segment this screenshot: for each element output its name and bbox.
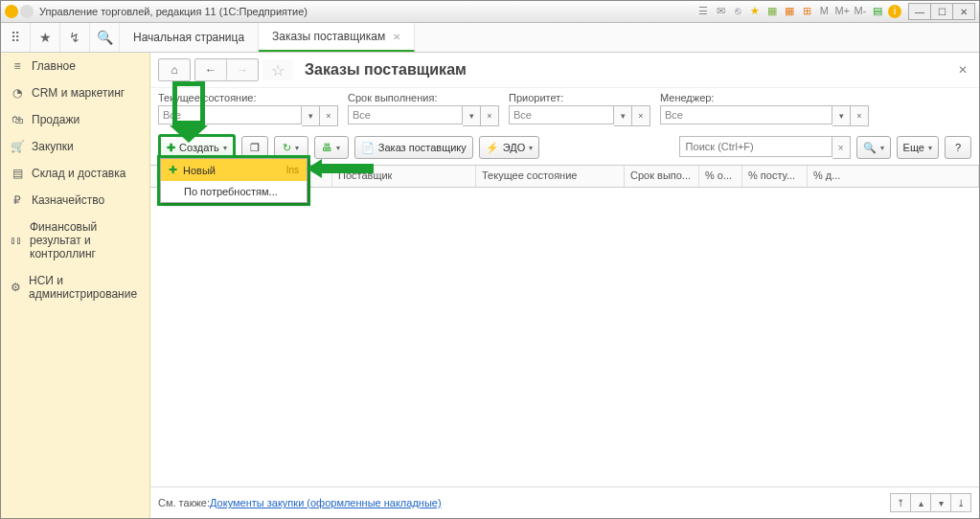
col-state[interactable]: Текущее состояние — [476, 166, 625, 187]
dropdown-item-new[interactable]: ✚ Новый Ins — [161, 159, 307, 181]
cart-icon: 🛒 — [11, 140, 24, 153]
tab-close-icon[interactable]: ✕ — [393, 32, 400, 42]
filter-state-input[interactable] — [158, 105, 302, 124]
filter-label: Менеджер: — [660, 92, 869, 103]
footer-link[interactable]: Документы закупки (оформленные накладные… — [210, 497, 442, 508]
dropdown-icon[interactable]: ▾ — [832, 105, 851, 126]
sidebar-item-main[interactable]: ≡Главное — [1, 53, 149, 79]
table-body — [150, 188, 979, 486]
plus-icon: ✚ — [169, 164, 177, 176]
tab-label: Начальная страница — [133, 31, 244, 44]
home-button[interactable]: ⌂ — [158, 58, 191, 81]
col-pct1[interactable]: % о... — [699, 166, 742, 187]
dropdown-label: По потребностям... — [184, 186, 278, 197]
filter-label: Приоритет: — [509, 92, 650, 103]
help-button[interactable]: ? — [945, 136, 971, 159]
doc-icon: 📄 — [361, 142, 375, 154]
memory-m[interactable]: M — [817, 5, 831, 18]
titlebar-icon[interactable]: ☰ — [696, 5, 710, 18]
sidebar-item-warehouse[interactable]: ▤Склад и доставка — [1, 160, 149, 187]
edo-icon: ⚡ — [486, 142, 499, 154]
filter-manager: Менеджер:▾× — [660, 92, 869, 126]
close-button[interactable]: ✕ — [952, 3, 975, 20]
titlebar-icon[interactable]: ⎋ — [731, 5, 744, 18]
back-button[interactable]: ← — [195, 59, 227, 80]
chevron-down-icon: ▾ — [928, 144, 932, 152]
sidebar-item-crm[interactable]: ◔CRM и маркетинг — [1, 79, 149, 106]
minimize-button[interactable]: — — [908, 3, 931, 20]
maximize-button[interactable]: ☐ — [930, 3, 953, 20]
plus-icon: ✚ — [167, 142, 175, 154]
forward-button[interactable]: → — [227, 59, 258, 80]
edo-button[interactable]: ⚡ЭДО▾ — [479, 136, 540, 159]
nav-down-icon[interactable]: ▾ — [930, 493, 951, 512]
search-clear-icon[interactable]: × — [832, 136, 851, 159]
col-pct3[interactable]: % д... — [808, 166, 979, 187]
col-supplier[interactable]: Поставщик — [332, 166, 476, 187]
nav-first-icon[interactable]: ⤒ — [890, 493, 911, 512]
clear-icon[interactable]: × — [481, 105, 499, 126]
sidebar-item-finance[interactable]: ⫾⫾Финансовый результат и контроллинг — [1, 214, 149, 267]
main-toolbar: ⠿ ★ ↯ 🔍 Начальная страница Заказы постав… — [1, 23, 979, 53]
favorite-star-icon[interactable]: ☆ — [262, 59, 293, 80]
more-button[interactable]: Еще▾ — [897, 136, 939, 159]
apps-icon[interactable]: ⠿ — [1, 23, 31, 52]
home-icon: ≡ — [11, 59, 24, 73]
dropdown-icon[interactable]: ▾ — [614, 105, 632, 126]
titlebar-icon[interactable]: ⊞ — [800, 5, 813, 18]
supplier-order-button[interactable]: 📄Заказ поставщику — [354, 136, 473, 159]
supplier-order-label: Заказ поставщику — [378, 142, 467, 153]
sidebar-item-admin[interactable]: ⚙НСИ и администрирование — [1, 267, 149, 307]
titlebar-icon[interactable]: ▦ — [783, 5, 796, 18]
clipboard-icon[interactable]: ↯ — [60, 23, 90, 52]
memory-mplus[interactable]: M+ — [834, 5, 850, 18]
clear-icon[interactable]: × — [632, 105, 650, 126]
chevron-down-icon: ▾ — [880, 144, 884, 152]
tab-label: Заказы поставщикам — [272, 30, 385, 43]
col-pct2[interactable]: % посту... — [742, 166, 808, 187]
dropdown-icon[interactable]: ▾ — [463, 105, 481, 126]
search-button[interactable]: 🔍▾ — [856, 136, 891, 159]
dropdown-item-needs[interactable]: По потребностям... — [161, 181, 307, 202]
sidebar-label: Финансовый результат и контроллинг — [30, 220, 140, 260]
sidebar-item-purchases[interactable]: 🛒Закупки — [1, 133, 149, 160]
edo-label: ЭДО — [503, 142, 526, 153]
sidebar-label: Склад и доставка — [32, 167, 125, 180]
calc-icon[interactable]: ▤ — [871, 5, 884, 18]
search-icon[interactable]: 🔍 — [90, 23, 120, 52]
pie-icon: ◔ — [11, 86, 24, 100]
filter-due-input[interactable] — [348, 105, 463, 124]
dropdown-icon[interactable]: ▾ — [302, 105, 320, 126]
filter-priority: Приоритет:▾× — [509, 92, 650, 126]
titlebar-icon[interactable]: ★ — [748, 5, 762, 18]
more-label: Еще — [903, 142, 924, 153]
star-icon[interactable]: ★ — [31, 23, 60, 52]
tab-orders[interactable]: Заказы поставщикам✕ — [259, 23, 415, 52]
print-button[interactable]: 🖶▾ — [314, 136, 349, 159]
clear-icon[interactable]: × — [320, 105, 338, 126]
memory-mminus[interactable]: M- — [854, 5, 867, 18]
titlebar-icon[interactable]: ✉ — [714, 5, 727, 18]
sidebar-item-treasury[interactable]: ₽Казначейство — [1, 187, 149, 214]
filter-label: Текущее состояние: — [158, 92, 338, 103]
close-page-icon[interactable]: ✕ — [954, 59, 971, 80]
clear-icon[interactable]: × — [851, 105, 869, 126]
filter-manager-input[interactable] — [660, 105, 832, 124]
sidebar-item-sales[interactable]: 🛍Продажи — [1, 106, 149, 133]
search-input[interactable] — [679, 136, 832, 157]
print-icon: 🖶 — [322, 142, 332, 153]
shortcut-label: Ins — [286, 165, 299, 175]
filter-priority-input[interactable] — [509, 105, 614, 124]
filter-bar: Текущее состояние:▾× Срок выполнения:▾× … — [150, 88, 979, 130]
col-due[interactable]: Срок выпо... — [625, 166, 699, 187]
nav-last-icon[interactable]: ⤓ — [950, 493, 971, 512]
tab-home[interactable]: Начальная страница — [120, 23, 259, 52]
chevron-down-icon: ▾ — [223, 144, 227, 152]
info-icon[interactable]: i — [888, 5, 901, 18]
page-title: Заказы поставщикам — [305, 61, 467, 79]
sidebar-label: Главное — [32, 59, 76, 73]
nav-up-icon[interactable]: ▴ — [910, 493, 931, 512]
titlebar-icon[interactable]: ▦ — [765, 5, 779, 18]
create-label: Создать — [179, 142, 219, 153]
titlebar-tools: ☰ ✉ ⎋ ★ ▦ ▦ ⊞ M M+ M- ▤ i — [696, 5, 901, 18]
